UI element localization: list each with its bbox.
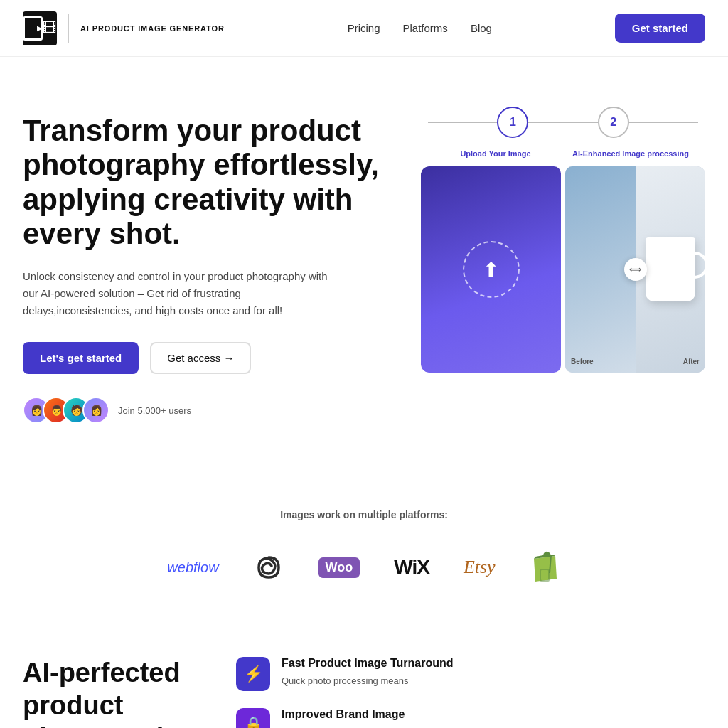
nav-get-started-button[interactable]: Get started [615, 14, 705, 43]
feature-icon-lock: 🔒 [236, 708, 270, 728]
result-panel: Before After ⟺ [565, 166, 705, 373]
hero-users: 👩 👨 🧑 👩 Join 5.000+ users [23, 397, 392, 424]
webflow-logo: webflow [167, 560, 218, 576]
upload-arrow-icon: ⬆ [483, 258, 499, 282]
nav-link-platforms[interactable]: Platforms [403, 22, 448, 34]
feature-text-turnaround: Fast Product Image Turnaround Quick phot… [282, 657, 454, 688]
lets-get-started-button[interactable]: Let's get started [23, 342, 139, 374]
features-cards: ⚡ Fast Product Image Turnaround Quick ph… [236, 657, 705, 728]
before-after-handle[interactable]: ⟺ [624, 258, 647, 281]
step-2-circle: 2 [598, 107, 629, 138]
logo-icon: 🎞 [23, 11, 57, 46]
feature-card-brand: 🔒 Improved Brand Image High-quality prod… [236, 708, 705, 728]
step-line-right [629, 122, 698, 123]
nav-link-blog[interactable]: Blog [471, 22, 492, 34]
bolt-icon: ⚡ [244, 665, 263, 683]
before-label: Before [571, 358, 594, 365]
platforms-title: Images work on multiple platforms: [23, 509, 705, 520]
features-section: AI-perfected product photography ⚡ Fast … [0, 614, 728, 728]
step-line-middle [528, 122, 597, 123]
step-labels: Upload Your Image AI-Enhanced Image proc… [421, 149, 705, 158]
svg-rect-1 [541, 570, 548, 580]
squarespace-logo [253, 552, 284, 583]
feature-desc-turnaround: Quick photo processing means [282, 674, 454, 688]
hero-section: Transform your product photography effor… [0, 57, 728, 466]
nav-brand-area: 🎞 AI PRODUCT IMAGE GENERATOR [23, 11, 225, 46]
etsy-logo: Etsy [464, 557, 496, 578]
product-mug [646, 237, 695, 301]
step-line-left [428, 122, 497, 123]
steps-bar: 1 2 [421, 107, 705, 138]
hero-images: ⬆ Before After [421, 166, 705, 373]
nav-divider [68, 14, 69, 43]
step-1-circle: 1 [497, 107, 528, 138]
woocommerce-logo: Woo [318, 557, 360, 578]
hero-text: Transform your product photography effor… [23, 114, 392, 424]
nav-link-pricing[interactable]: Pricing [348, 22, 380, 34]
avatar: 👩 [82, 397, 109, 424]
lock-icon: 🔒 [244, 716, 263, 728]
hero-title: Transform your product photography effor… [23, 114, 392, 251]
feature-card-turnaround: ⚡ Fast Product Image Turnaround Quick ph… [236, 657, 705, 691]
navbar: 🎞 AI PRODUCT IMAGE GENERATOR Pricing Pla… [0, 0, 728, 57]
hero-visual: 1 2 Upload Your Image AI-Enhanced Image … [421, 107, 705, 373]
step-2-label: AI-Enhanced Image processing [563, 149, 698, 158]
users-label: Join 5.000+ users [118, 405, 191, 416]
hero-subtitle: Unlock consistency and control in your p… [23, 268, 336, 319]
feature-title-brand: Improved Brand Image [282, 708, 536, 721]
hero-buttons: Let's get started Get access → [23, 342, 392, 374]
avatar-group: 👩 👨 🧑 👩 [23, 397, 109, 424]
nav-links: Pricing Platforms Blog [348, 22, 492, 34]
feature-desc-brand: High-quality product images contribute t… [282, 725, 536, 728]
feature-title-turnaround: Fast Product Image Turnaround [282, 657, 454, 670]
platforms-logos: webflow Woo WiX Etsy [23, 549, 705, 586]
feature-icon-bolt: ⚡ [236, 657, 270, 691]
step-1-label: Upload Your Image [428, 149, 563, 158]
feature-text-brand: Improved Brand Image High-quality produc… [282, 708, 536, 728]
platforms-section: Images work on multiple platforms: webfl… [0, 466, 728, 614]
wix-logo: WiX [394, 556, 429, 579]
after-label: After [683, 358, 700, 365]
shopify-logo [530, 549, 561, 586]
upload-panel: ⬆ [421, 166, 561, 373]
get-access-button[interactable]: Get access → [150, 342, 251, 374]
upload-circle: ⬆ [463, 241, 520, 298]
before-after-bar: Before After ⟺ [565, 166, 705, 373]
features-heading: AI-perfected product photography [23, 657, 208, 728]
features-left: AI-perfected product photography [23, 657, 208, 728]
brand-name: AI PRODUCT IMAGE GENERATOR [80, 24, 225, 33]
